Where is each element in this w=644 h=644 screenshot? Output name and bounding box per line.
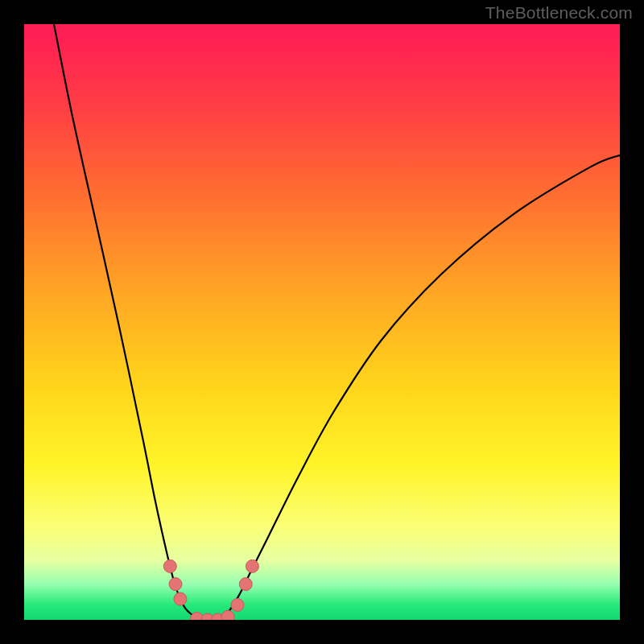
chart-background-gradient <box>24 24 620 620</box>
chart-frame: TheBottleneck.com <box>0 0 644 644</box>
watermark-text: TheBottleneck.com <box>485 3 633 23</box>
